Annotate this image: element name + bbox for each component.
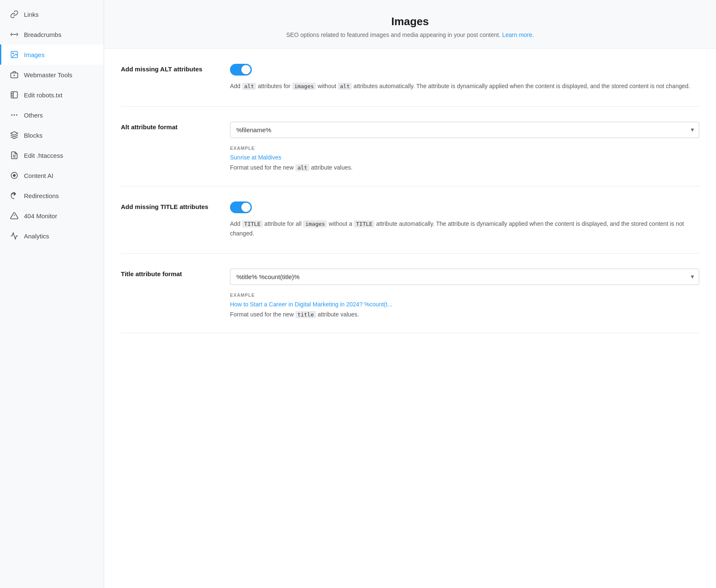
- setting-content-title-format: %title% %count(title)% %filename% %title…: [230, 269, 699, 318]
- toggle-add-alt[interactable]: [230, 64, 252, 76]
- main-content: Images SEO options related to featured i…: [104, 0, 716, 588]
- images-icon: [10, 50, 19, 59]
- page-title: Images: [121, 15, 699, 28]
- sidebar-item-content-ai[interactable]: Content AI: [0, 165, 104, 186]
- sidebar: Links Breadcrumbs Images: [0, 0, 104, 588]
- sidebar-item-redirections[interactable]: Redirections: [0, 186, 104, 206]
- toggle-wrapper-add-title: [230, 201, 699, 213]
- sidebar-item-label: Blocks: [24, 132, 42, 139]
- toggle-thumb: [241, 65, 251, 74]
- setting-label-add-alt: Add missing ALT attributes: [121, 64, 213, 73]
- sidebar-item-label: Images: [24, 51, 44, 58]
- robots-icon: [10, 90, 19, 99]
- add-title-description: Add TITLE attribute for all images witho…: [230, 219, 699, 238]
- code-alt1: alt: [242, 83, 256, 90]
- sidebar-item-label: Others: [24, 112, 43, 119]
- sidebar-item-links[interactable]: Links: [0, 4, 104, 24]
- sidebar-item-404-monitor[interactable]: 404 Monitor: [0, 206, 104, 226]
- code-title2: TITLE: [354, 220, 374, 227]
- code-alt3: alt: [295, 164, 309, 171]
- blocks-icon: [10, 131, 19, 140]
- setting-label-add-title: Add missing TITLE attributes: [121, 201, 213, 210]
- setting-row-add-alt: Add missing ALT attributes Add alt attri…: [121, 49, 699, 107]
- setting-row-alt-format: Alt attribute format %filename% %title% …: [121, 107, 699, 186]
- code-images1: images: [292, 83, 316, 90]
- sidebar-item-label: Webmaster Tools: [24, 71, 72, 78]
- add-alt-description: Add alt attributes for images without al…: [230, 81, 699, 91]
- sidebar-item-analytics[interactable]: Analytics: [0, 226, 104, 246]
- alt-format-select[interactable]: %filename% %title% %alt%: [230, 122, 699, 138]
- code-title1: TITLE: [242, 220, 263, 227]
- svg-point-12: [16, 115, 17, 115]
- code-title3: title: [295, 311, 316, 318]
- title-example-link[interactable]: How to Start a Career in Digital Marketi…: [230, 301, 699, 308]
- sidebar-item-label: Breadcrumbs: [24, 31, 61, 38]
- toggle-add-title[interactable]: [230, 201, 252, 213]
- setting-content-add-alt: Add alt attributes for images without al…: [230, 64, 699, 91]
- sidebar-item-others[interactable]: Others: [0, 105, 104, 125]
- breadcrumbs-icon: [10, 30, 19, 39]
- links-icon: [10, 10, 19, 19]
- alt-example-link[interactable]: Sunrise at Maldives: [230, 154, 699, 161]
- sidebar-item-label: Analytics: [24, 233, 49, 240]
- title-format-select-wrapper: %title% %count(title)% %filename% %title…: [230, 269, 699, 285]
- monitor-icon: [10, 211, 19, 220]
- alt-example-label: EXAMPLE: [230, 146, 699, 151]
- setting-row-add-title: Add missing TITLE attributes Add TITLE a…: [121, 186, 699, 253]
- title-example-label: EXAMPLE: [230, 293, 699, 298]
- subtitle-text: SEO options related to featured images a…: [286, 31, 501, 38]
- setting-content-add-title: Add TITLE attribute for all images witho…: [230, 201, 699, 238]
- setting-label-title-format: Title attribute format: [121, 269, 213, 277]
- sidebar-item-blocks[interactable]: Blocks: [0, 125, 104, 145]
- sidebar-item-edit-robots[interactable]: Edit robots.txt: [0, 85, 104, 105]
- others-icon: [10, 110, 19, 120]
- sidebar-item-images[interactable]: Images: [0, 44, 104, 65]
- sidebar-item-label: Links: [24, 11, 39, 18]
- setting-label-alt-format: Alt attribute format: [121, 122, 213, 131]
- page-subtitle: SEO options related to featured images a…: [121, 31, 699, 38]
- learn-more-link[interactable]: Learn more: [502, 31, 532, 38]
- sidebar-item-label: Redirections: [24, 192, 59, 199]
- svg-marker-13: [11, 132, 18, 135]
- page-header: Images SEO options related to featured i…: [104, 0, 716, 49]
- app-layout: Links Breadcrumbs Images: [0, 0, 716, 588]
- htaccess-icon: [10, 151, 19, 160]
- toggle-wrapper-add-alt: [230, 64, 699, 76]
- svg-point-10: [14, 115, 15, 115]
- sidebar-item-webmaster-tools[interactable]: Webmaster Tools: [0, 65, 104, 85]
- title-format-select[interactable]: %title% %count(title)% %filename% %title…: [230, 269, 699, 285]
- sidebar-item-label: 404 Monitor: [24, 212, 57, 220]
- setting-row-title-format: Title attribute format %title% %count(ti…: [121, 253, 699, 333]
- content-area: Add missing ALT attributes Add alt attri…: [104, 49, 716, 333]
- title-example-desc: Format used for the new title attribute …: [230, 311, 699, 318]
- toggle-thumb-title: [241, 203, 251, 212]
- content-ai-icon: [10, 171, 19, 180]
- svg-rect-6: [11, 92, 18, 98]
- alt-example-desc: Format used for the new alt attribute va…: [230, 164, 699, 171]
- analytics-icon: [10, 231, 19, 240]
- code-alt2: alt: [338, 83, 352, 90]
- sidebar-item-label: Edit robots.txt: [24, 91, 63, 99]
- alt-format-select-wrapper: %filename% %title% %alt% ▾: [230, 122, 699, 138]
- sidebar-item-edit-htaccess[interactable]: Edit .htaccess: [0, 145, 104, 165]
- sidebar-item-label: Edit .htaccess: [24, 152, 63, 159]
- sidebar-item-breadcrumbs[interactable]: Breadcrumbs: [0, 24, 104, 44]
- setting-content-alt-format: %filename% %title% %alt% ▾ EXAMPLE Sunri…: [230, 122, 699, 171]
- svg-point-2: [13, 53, 13, 54]
- svg-point-11: [11, 115, 12, 115]
- webmaster-icon: [10, 70, 19, 79]
- sidebar-item-label: Content AI: [24, 172, 53, 179]
- code-images2: images: [303, 220, 327, 227]
- redirections-icon: [10, 191, 19, 200]
